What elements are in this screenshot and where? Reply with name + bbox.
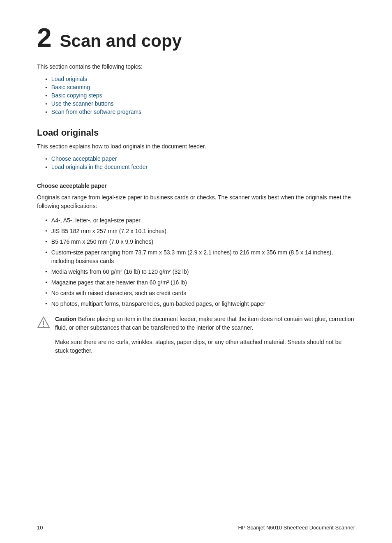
svg-point-2 [43,326,44,327]
make-sure-text: Make sure there are no curls, wrinkles, … [55,338,355,355]
list-item: No cards with raised characters, such as… [45,289,355,298]
list-item: Basic copying steps [45,92,355,99]
intro-text: This section contains the following topi… [37,63,355,70]
load-originals-section: Load originals This section explains how… [37,127,355,355]
caution-icon [37,316,50,329]
list-item: Use the scanner buttons [45,100,355,107]
list-item: Media weights from 60 g/m² (16 lb) to 12… [45,268,355,276]
chapter-number: 2 [37,25,52,51]
section-toc-list: Choose acceptable paper Load originals i… [45,155,355,170]
list-item: A4-, A5-, letter-, or legal-size paper [45,216,355,225]
list-item: Custom-size paper ranging from 73.7 mm x… [45,248,355,266]
list-item: No photos, multipart forms, transparenci… [45,300,355,308]
caution-box: Caution Before placing an item in the do… [37,315,355,332]
list-item: B5 176 mm x 250 mm (7.0 x 9.9 inches) [45,238,355,246]
choose-paper-subsection: Choose acceptable paper Originals can ra… [37,183,355,355]
list-item: Choose acceptable paper [45,155,355,162]
caution-body: Before placing an item in the document f… [55,316,354,331]
list-item: Load originals in the document feeder [45,164,355,170]
product-name: HP Scanjet N6010 Sheetfeed Document Scan… [238,525,355,531]
toc-link-basic-scanning[interactable]: Basic scanning [51,84,90,90]
list-item: JIS B5 182 mm x 257 mm (7.2 x 10.1 inche… [45,227,355,236]
list-item: Basic scanning [45,84,355,90]
toc-link-choose-paper[interactable]: Choose acceptable paper [51,155,117,162]
toc-link-scan-software[interactable]: Scan from other software programs [51,109,141,115]
paper-intro-text: Originals can range from legal-size pape… [37,193,355,210]
toc-link-load-originals[interactable]: Load originals [51,76,87,82]
list-item: Load originals [45,76,355,82]
subsection-heading-paper: Choose acceptable paper [37,183,355,189]
section-heading-load: Load originals [37,127,355,138]
footer: 10 HP Scanjet N6010 Sheetfeed Document S… [37,525,355,531]
page-number: 10 [37,525,43,531]
toc-link-scanner-buttons[interactable]: Use the scanner buttons [51,100,114,107]
list-item: Scan from other software programs [45,109,355,115]
toc-link-load-feeder[interactable]: Load originals in the document feeder [51,164,148,170]
section-desc-load: This section explains how to load origin… [37,143,355,150]
caution-text: Caution Before placing an item in the do… [55,315,355,332]
paper-specs-list: A4-, A5-, letter-, or legal-size paper J… [45,216,355,308]
toc-link-basic-copying[interactable]: Basic copying steps [51,92,102,99]
toc-list: Load originals Basic scanning Basic copy… [45,76,355,115]
chapter-title: Scan and copy [60,32,182,51]
list-item: Magazine pages that are heavier than 60 … [45,278,355,287]
